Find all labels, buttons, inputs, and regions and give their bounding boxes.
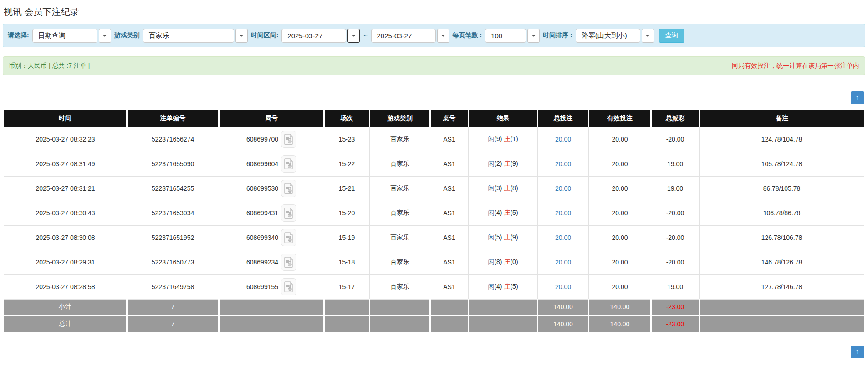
bet-id: 522371649758 bbox=[127, 274, 219, 299]
total-bet-link[interactable]: 20.00 bbox=[538, 225, 589, 250]
banker-result-value: (9) bbox=[510, 160, 518, 167]
time-sort-select[interactable]: 降幂(由大到小) bbox=[576, 29, 654, 43]
video-replay-button[interactable] bbox=[281, 131, 296, 148]
page-size-label: 每页笔数 : bbox=[453, 31, 482, 40]
pagination-top: 1 bbox=[4, 91, 864, 105]
caret-down-icon bbox=[532, 35, 536, 37]
bet-time: 2025-03-27 08:30:08 bbox=[4, 225, 127, 250]
time-sort-value[interactable]: 降幂(由大到小) bbox=[576, 29, 640, 43]
time-sort-dropdown-button[interactable] bbox=[642, 29, 654, 43]
remark: 106.78/86.78 bbox=[700, 201, 864, 225]
video-replay-button[interactable] bbox=[281, 204, 296, 222]
subtotal-label: 小计 bbox=[4, 299, 127, 315]
caret-down-icon bbox=[240, 35, 243, 37]
page-1-button[interactable]: 1 bbox=[851, 91, 864, 104]
page-size-dropdown-button[interactable] bbox=[527, 29, 540, 43]
date-from-value[interactable]: 2025-03-27 bbox=[281, 29, 346, 43]
table-row: 2025-03-27 08:31:21 522371654255 6086995… bbox=[4, 176, 864, 201]
total-bet-link[interactable]: 20.00 bbox=[538, 274, 589, 299]
player-result-label: 闲 bbox=[488, 234, 494, 241]
col-header-time: 时间 bbox=[4, 110, 127, 127]
player-result-value: (4) bbox=[494, 209, 502, 216]
game-type: 百家乐 bbox=[370, 176, 430, 201]
date-to-select[interactable]: 2025-03-27 bbox=[371, 29, 449, 43]
bet-time: 2025-03-27 08:28:58 bbox=[4, 274, 127, 299]
query-type-dropdown-button[interactable] bbox=[99, 29, 111, 43]
banker-result-value: (9) bbox=[510, 234, 518, 241]
round-id-cell: 608699604 bbox=[219, 152, 324, 176]
banker-result-value: (5) bbox=[510, 283, 518, 290]
player-result-label: 闲 bbox=[488, 283, 494, 290]
valid-bet: 20.00 bbox=[589, 250, 651, 274]
valid-bet: 20.00 bbox=[589, 127, 651, 152]
caret-down-icon bbox=[103, 35, 107, 37]
page-size-select[interactable]: 100 bbox=[485, 29, 540, 43]
date-from-select[interactable]: 2025-03-27 bbox=[281, 29, 360, 43]
total-bet-link[interactable]: 20.00 bbox=[538, 176, 589, 201]
page-size-value[interactable]: 100 bbox=[485, 29, 526, 43]
col-header-result: 结果 bbox=[469, 110, 538, 127]
total-bet-link[interactable]: 20.00 bbox=[538, 201, 589, 225]
total-bet-link[interactable]: 20.00 bbox=[538, 127, 589, 152]
video-replay-button[interactable] bbox=[281, 155, 296, 173]
valid-bet: 20.00 bbox=[589, 176, 651, 201]
table-row: 2025-03-27 08:31:49 522371655090 6086996… bbox=[4, 152, 864, 176]
query-type-select[interactable]: 日期查询 bbox=[32, 29, 111, 43]
subtotal-row: 小计 7 140.00 140.00 -23.00 bbox=[4, 299, 864, 315]
result-cell: 闲(4) 庄(5) bbox=[469, 274, 538, 299]
result-cell: 闲(2) 庄(9) bbox=[469, 152, 538, 176]
page-1-button[interactable]: 1 bbox=[851, 346, 864, 358]
game-category-value[interactable]: 百家乐 bbox=[143, 29, 234, 43]
payout-amount: 19.00 bbox=[651, 274, 700, 299]
currency-total-text: 币别：人民币 | 总共 :7 注单 | bbox=[9, 62, 90, 70]
date-to-dropdown-button[interactable] bbox=[437, 29, 449, 43]
video-file-icon bbox=[284, 281, 293, 292]
total-bet-link[interactable]: 20.00 bbox=[538, 250, 589, 274]
date-from-dropdown-button[interactable] bbox=[347, 29, 360, 43]
total-bet-link[interactable]: 20.00 bbox=[538, 152, 589, 176]
round-id: 608699604 bbox=[246, 160, 278, 168]
video-replay-button[interactable] bbox=[281, 254, 296, 271]
col-header-valid-bet: 有效投注 bbox=[589, 110, 651, 127]
payout-amount: 19.00 bbox=[651, 152, 700, 176]
table-row: 2025-03-27 08:29:31 522371650773 6086992… bbox=[4, 250, 864, 274]
time-sort-label: 时间排序 : bbox=[543, 31, 572, 40]
banker-result-label: 庄 bbox=[504, 283, 510, 290]
session-number: 15-22 bbox=[324, 152, 370, 176]
payout-amount: -20.00 bbox=[651, 201, 700, 225]
game-category-select[interactable]: 百家乐 bbox=[143, 29, 248, 43]
date-to-value[interactable]: 2025-03-27 bbox=[371, 29, 436, 43]
video-replay-button[interactable] bbox=[281, 229, 296, 246]
player-result-label: 闲 bbox=[488, 184, 494, 192]
banker-result-label: 庄 bbox=[504, 209, 510, 216]
query-type-label: 请选择: bbox=[8, 31, 29, 40]
bet-records-table: 时间 注单编号 局号 场次 游戏类别 桌号 结果 总投注 有效投注 总派彩 备注… bbox=[4, 110, 864, 332]
game-category-dropdown-button[interactable] bbox=[235, 29, 248, 43]
caret-down-icon bbox=[646, 35, 649, 37]
round-id-cell: 608699530 bbox=[219, 176, 324, 201]
banker-result-label: 庄 bbox=[504, 258, 510, 265]
result-cell: 闲(9) 庄(1) bbox=[469, 127, 538, 152]
result-cell: 闲(4) 庄(5) bbox=[469, 201, 538, 225]
valid-bet: 20.00 bbox=[589, 152, 651, 176]
bet-id: 522371656274 bbox=[127, 127, 219, 152]
search-button[interactable]: 查询 bbox=[659, 29, 684, 43]
round-id-cell: 608699234 bbox=[219, 250, 324, 274]
valid-bet: 20.00 bbox=[589, 225, 651, 250]
valid-bet-notice-text: 同局有效投注，统一计算在该局第一张注单内 bbox=[732, 62, 859, 70]
caret-down-icon bbox=[352, 35, 356, 37]
player-result-label: 闲 bbox=[488, 209, 494, 216]
video-replay-button[interactable] bbox=[281, 278, 296, 295]
query-type-value[interactable]: 日期查询 bbox=[32, 29, 97, 43]
date-range-separator: ~ bbox=[363, 32, 368, 39]
video-file-icon bbox=[284, 208, 293, 219]
col-header-bet-id: 注单编号 bbox=[127, 110, 219, 127]
bet-id: 522371655090 bbox=[127, 152, 219, 176]
banker-result-value: (0) bbox=[510, 258, 518, 265]
video-file-icon bbox=[284, 158, 293, 169]
col-header-payout: 总派彩 bbox=[651, 110, 700, 127]
session-number: 15-21 bbox=[324, 176, 370, 201]
video-replay-button[interactable] bbox=[281, 180, 296, 197]
bet-time: 2025-03-27 08:30:43 bbox=[4, 201, 127, 225]
remark: 126.78/106.78 bbox=[700, 225, 864, 250]
